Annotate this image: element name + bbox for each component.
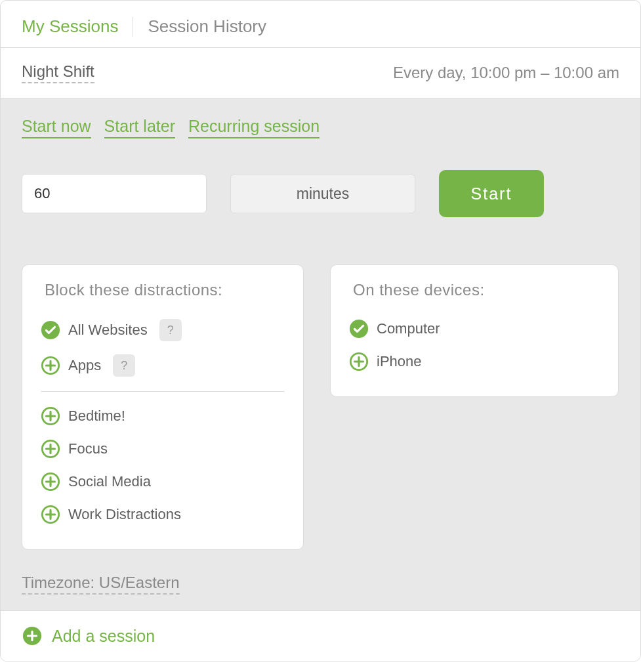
block-item-label: Bedtime!: [68, 408, 125, 425]
plus-circle-icon: [41, 472, 60, 492]
device-item-iphone[interactable]: iPhone: [349, 345, 600, 378]
devices-card: On these devices: Computer iPhone: [330, 264, 619, 397]
mode-links: Start now Start later Recurring session: [22, 117, 619, 138]
device-item-label: Computer: [377, 320, 440, 337]
mode-start-now[interactable]: Start now: [22, 117, 91, 138]
divider: [41, 391, 285, 392]
start-row: minutes Start: [22, 170, 619, 217]
block-item-label: All Websites: [68, 322, 148, 339]
block-item-label: Social Media: [68, 473, 151, 490]
plus-circle-icon: [41, 505, 60, 524]
duration-input[interactable]: [22, 174, 207, 213]
check-circle-icon: [41, 320, 60, 340]
tab-separator: [133, 17, 133, 37]
block-item-bedtime[interactable]: Bedtime!: [41, 400, 285, 432]
devices-card-title: On these devices:: [353, 281, 600, 299]
tabs-bar: My Sessions Session History: [1, 1, 640, 48]
mode-start-later[interactable]: Start later: [104, 117, 175, 138]
mode-recurring[interactable]: Recurring session: [188, 117, 320, 138]
session-header: Night Shift Every day, 10:00 pm – 10:00 …: [1, 48, 640, 98]
block-item-label: Apps: [68, 357, 101, 374]
block-item-work-distractions[interactable]: Work Distractions: [41, 498, 285, 531]
block-card-title: Block these distractions:: [45, 281, 285, 299]
block-item-all-websites[interactable]: All Websites ?: [41, 312, 285, 348]
sessions-window: My Sessions Session History Night Shift …: [0, 0, 641, 662]
check-circle-icon: [349, 319, 369, 339]
plus-solid-icon: [22, 625, 43, 646]
block-distractions-card: Block these distractions: All Websites ?…: [22, 264, 304, 550]
unit-select[interactable]: minutes: [230, 174, 415, 213]
help-icon[interactable]: ?: [159, 319, 182, 341]
add-session-label: Add a session: [52, 627, 155, 646]
plus-circle-icon: [41, 439, 60, 459]
plus-circle-icon: [41, 356, 60, 375]
block-item-social-media[interactable]: Social Media: [41, 465, 285, 498]
block-item-label: Work Distractions: [68, 506, 181, 523]
add-session-button[interactable]: Add a session: [1, 610, 640, 661]
help-icon[interactable]: ?: [113, 354, 135, 377]
cards-row: Block these distractions: All Websites ?…: [22, 264, 619, 550]
plus-circle-icon: [349, 352, 369, 371]
tab-session-history[interactable]: Session History: [148, 16, 266, 37]
tab-my-sessions[interactable]: My Sessions: [22, 16, 118, 37]
start-button[interactable]: Start: [439, 170, 544, 217]
device-item-label: iPhone: [377, 353, 422, 370]
block-item-focus[interactable]: Focus: [41, 432, 285, 465]
session-name-field[interactable]: Night Shift: [22, 62, 94, 83]
session-schedule: Every day, 10:00 pm – 10:00 am: [393, 64, 619, 82]
device-item-computer[interactable]: Computer: [349, 312, 600, 345]
block-item-apps[interactable]: Apps ?: [41, 348, 285, 383]
timezone-field[interactable]: Timezone: US/Eastern: [22, 574, 180, 595]
block-item-label: Focus: [68, 440, 108, 457]
session-panel: Start now Start later Recurring session …: [1, 98, 640, 610]
plus-circle-icon: [41, 406, 60, 426]
